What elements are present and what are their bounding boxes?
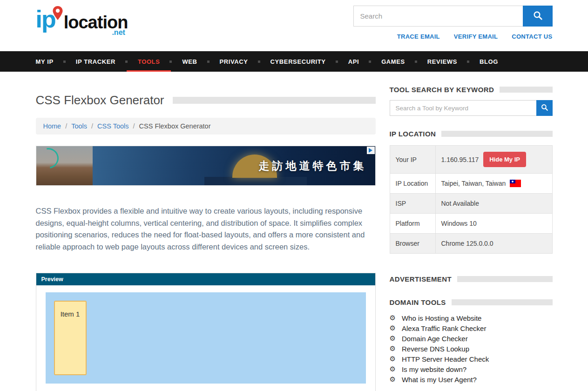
nav-item-tools[interactable]: TOOLS — [127, 51, 171, 72]
nav-item-ip-tracker[interactable]: IP TRACKER — [65, 51, 127, 72]
nav-link-privacy[interactable]: PRIVACY — [220, 58, 248, 65]
gear-icon: ⚙ — [390, 325, 396, 332]
domain-tool-link-user-agent[interactable]: What is my User Agent? — [402, 376, 477, 384]
nav-item-cybersecurity[interactable]: CYBERSECURITY — [259, 51, 337, 72]
nav-link-api[interactable]: API — [348, 58, 359, 65]
preview-panel-body: Item 1 — [36, 285, 375, 391]
domain-tool-link-hosting[interactable]: Who is Hosting a Website — [402, 314, 481, 322]
list-item: ⚙ HTTP Server Header Check — [390, 354, 553, 364]
flexbox-demo-item[interactable]: Item 1 — [54, 301, 87, 375]
contact-us-link[interactable]: CONTACT US — [512, 33, 552, 40]
nav-link-web[interactable]: WEB — [182, 58, 197, 65]
breadcrumb-separator: / — [91, 122, 93, 130]
nav-item-web[interactable]: WEB — [171, 51, 208, 72]
row-label: Platform — [390, 214, 435, 234]
breadcrumb-separator: / — [133, 122, 135, 130]
ip-location-value: Taipei, Taiwan, Taiwan — [441, 180, 506, 187]
logo-text-net: .net — [112, 28, 125, 37]
site-search-button[interactable] — [523, 6, 553, 27]
domain-tool-link-website-down[interactable]: Is my website down? — [402, 365, 466, 373]
nav-item-api[interactable]: API — [337, 51, 370, 72]
ad-landscape-image — [36, 146, 93, 185]
tool-search-heading-label: TOOL SEARCH BY KEYWORD — [390, 86, 494, 94]
flexbox-preview-panel: Preview Item 1 — [36, 273, 376, 391]
table-row-ip-location: IP Location Taipei, Taiwan, Taiwan — [390, 174, 552, 194]
list-item: ⚙ Who is Hosting a Website — [390, 313, 553, 323]
ip-info-table: Your IP 1.160.95.117 Hide My IP IP Locat… — [390, 145, 553, 254]
domain-tool-link-alexa-rank[interactable]: Alexa Traffic Rank Checker — [402, 324, 486, 332]
site-search-input[interactable] — [353, 6, 523, 27]
heading-decorative-bar — [457, 276, 552, 282]
preview-panel-header: Preview — [36, 273, 375, 285]
breadcrumb: Home / Tools / CSS Tools / CSS Flexbox G… — [36, 118, 376, 135]
nav-link-cybersecurity[interactable]: CYBERSECURITY — [270, 58, 326, 65]
main-content: CSS Flexbox Generator Home / Tools / CSS… — [36, 72, 553, 391]
nav-item-reviews[interactable]: REVIEWS — [416, 51, 468, 72]
row-label: IP Location — [390, 174, 435, 194]
nav-item-blog[interactable]: BLOG — [468, 51, 509, 72]
location-pin-icon — [53, 6, 63, 20]
row-label: ISP — [390, 194, 435, 214]
nav-link-ip-tracker[interactable]: IP TRACKER — [76, 58, 115, 65]
gear-icon: ⚙ — [390, 366, 396, 373]
search-icon — [533, 11, 542, 21]
table-row-browser: Browser Chrome 125.0.0.0 — [390, 234, 552, 254]
breadcrumb-home-link[interactable]: Home — [43, 122, 61, 130]
heading-decorative-bar — [452, 299, 553, 305]
nav-link-blog[interactable]: BLOG — [480, 58, 498, 65]
nav-link-tools[interactable]: TOOLS — [138, 58, 160, 65]
trace-email-link[interactable]: TRACE EMAIL — [397, 33, 440, 40]
verify-email-link[interactable]: VERIFY EMAIL — [454, 33, 498, 40]
list-item: ⚙ Domain Age Checker — [390, 333, 553, 344]
main-nav: MY IP IP TRACKER TOOLS WEB PRIVACY CYBER… — [0, 51, 588, 72]
browser-value: Chrome 125.0.0.0 — [435, 234, 552, 254]
nav-link-games[interactable]: GAMES — [381, 58, 405, 65]
gear-icon: ⚙ — [390, 345, 396, 352]
tool-search-input[interactable] — [390, 100, 536, 116]
heading-decorative-bar — [441, 131, 552, 137]
header-quick-links: TRACE EMAIL VERIFY EMAIL CONTACT US — [353, 33, 553, 40]
advertisement-heading: ADVERTISEMENT — [390, 275, 553, 283]
flexbox-demo-container: Item 1 — [46, 292, 366, 384]
breadcrumb-separator: / — [65, 122, 67, 130]
list-item: ⚙ Is my website down? — [390, 364, 553, 374]
nav-link-reviews[interactable]: REVIEWS — [427, 58, 457, 65]
list-item: ⚙ What is my User Agent? — [390, 374, 553, 384]
nav-item-my-ip[interactable]: MY IP — [36, 51, 65, 72]
table-row-your-ip: Your IP 1.160.95.117 Hide My IP — [390, 146, 552, 174]
domain-tool-link-reverse-dns[interactable]: Reverse DNS Lookup — [402, 345, 469, 353]
row-label: Browser — [390, 234, 435, 254]
list-item: ⚙ Alexa Traffic Rank Checker — [390, 323, 553, 333]
heading-decorative-bar — [500, 87, 552, 93]
adchoices-icon[interactable] — [367, 147, 375, 154]
breadcrumb-current: CSS Flexbox Generator — [139, 122, 211, 130]
isp-value: Not Available — [435, 194, 552, 214]
ip-address-value: 1.160.95.117 — [441, 156, 479, 163]
domain-tool-link-http-header[interactable]: HTTP Server Header Check — [402, 355, 489, 363]
ad-headline: 走訪地道特色市集 — [259, 159, 367, 173]
nav-item-games[interactable]: GAMES — [370, 51, 416, 72]
tool-search-button[interactable] — [536, 100, 553, 116]
gear-icon: ⚙ — [390, 315, 396, 322]
taiwan-flag-icon — [510, 180, 521, 187]
logo[interactable]: ip location .net — [36, 8, 141, 30]
domain-tool-link-domain-age[interactable]: Domain Age Checker — [402, 335, 468, 343]
sidebar: TOOL SEARCH BY KEYWORD IP LOCATION Y — [390, 86, 553, 391]
advertisement-heading-label: ADVERTISEMENT — [390, 275, 452, 283]
ip-location-heading-label: IP LOCATION — [390, 130, 436, 138]
logo-text-location: location — [64, 14, 128, 30]
tool-search-heading: TOOL SEARCH BY KEYWORD — [390, 86, 553, 94]
table-row-platform: Platform Windows 10 — [390, 214, 552, 234]
ad-decorative-curve — [36, 146, 63, 173]
ad-building-image: 走訪地道特色市集 — [93, 146, 375, 185]
list-item: ⚙ Reverse DNS Lookup — [390, 344, 553, 354]
nav-item-privacy[interactable]: PRIVACY — [209, 51, 259, 72]
nav-link-my-ip[interactable]: MY IP — [36, 58, 54, 65]
hide-my-ip-button[interactable]: Hide My IP — [483, 152, 526, 167]
breadcrumb-css-tools-link[interactable]: CSS Tools — [97, 122, 128, 130]
domain-tools-heading-label: DOMAIN TOOLS — [390, 298, 446, 306]
platform-value: Windows 10 — [435, 214, 552, 234]
gear-icon: ⚙ — [390, 335, 396, 342]
advertisement-banner[interactable]: 走訪地道特色市集 — [36, 146, 376, 186]
breadcrumb-tools-link[interactable]: Tools — [71, 122, 87, 130]
